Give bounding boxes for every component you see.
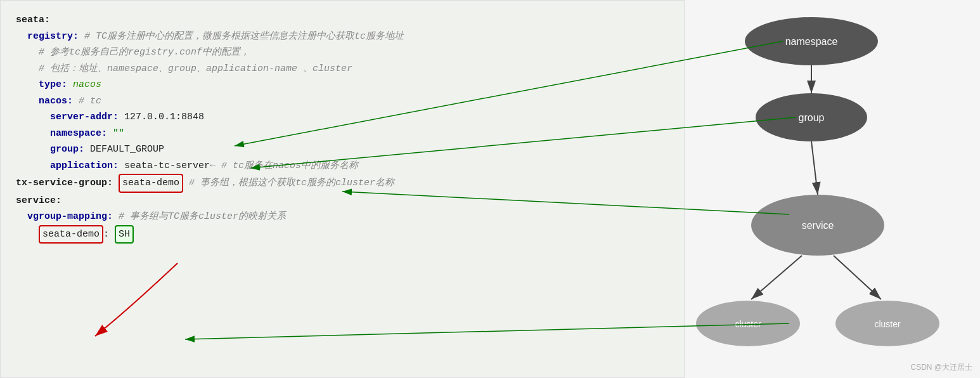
server-addr-key: server-addr: [50, 109, 124, 126]
application-value: seata-tc-server [124, 158, 210, 174]
service-label: service [802, 220, 834, 231]
edge-service-cluster2 [834, 256, 881, 299]
tx-service-group-value: seata-demo [119, 174, 183, 193]
seata-key: seata: [16, 12, 50, 29]
tx-service-group-comment: # 事务组，根据这个获取tc服务的cluster名称 [183, 175, 394, 192]
indent-13 [16, 209, 27, 225]
code-line-4: # 包括：地址、namespace、group、application-name… [16, 61, 669, 77]
watermark: CSDN @大迁居士 [910, 362, 972, 373]
tx-service-group-key: tx-service-group: [16, 175, 119, 192]
group-label: group [799, 112, 825, 123]
code-line-6: nacos: # tc [16, 93, 669, 110]
indent-3 [16, 44, 39, 61]
code-line-1: seata: [16, 12, 669, 29]
code-line-8: namespace: "" [16, 126, 669, 142]
server-addr-value: 127.0.0.1:8848 [124, 109, 204, 126]
cluster2-label: cluster [874, 319, 901, 329]
code-line-11: tx-service-group: seata-demo # 事务组，根据这个获… [16, 174, 669, 193]
indent-2 [16, 29, 27, 45]
nacos-key: nacos: [39, 93, 79, 110]
code-line-12: service: [16, 193, 669, 209]
type-value: nacos [73, 77, 101, 93]
edge-group-service [811, 141, 818, 195]
code-line-10: application: seata-tc-server ← # tc服务在na… [16, 158, 669, 174]
indent-6 [16, 93, 39, 110]
code-line-2: registry: # TC服务注册中心的配置，微服务根据这些信息去注册中心获取… [16, 29, 669, 45]
namespace-label: namespace [785, 36, 838, 47]
code-line-5: type: nacos [16, 77, 669, 93]
edge-service-cluster1 [751, 256, 802, 299]
code-panel: seata: registry: # TC服务注册中心的配置，微服务根据这些信息… [0, 0, 685, 378]
nacos-comment: # tc [79, 93, 101, 110]
group-key: group: [50, 141, 90, 158]
vgroup-mapping-key: vgroup-mapping: [27, 209, 119, 225]
indent-8 [16, 126, 50, 142]
namespace-key: namespace: [50, 126, 113, 142]
type-key: type: [39, 77, 73, 93]
code-line-9: group: DEFAULT_GROUP [16, 141, 669, 158]
namespace-value: "" [113, 126, 124, 142]
code-line-14: seata-demo : SH [16, 225, 669, 244]
main-container: seata: registry: # TC服务注册中心的配置，微服务根据这些信息… [0, 0, 980, 378]
indent-5 [16, 77, 39, 93]
indent-14 [16, 226, 39, 243]
application-key: application: [50, 158, 124, 174]
service-key: service: [16, 193, 61, 209]
vgroup-mapping-comment: # 事务组与TC服务cluster的映射关系 [119, 209, 286, 225]
cluster1-label: cluster [735, 319, 761, 329]
registry-comment: # TC服务注册中心的配置，微服务根据这些信息去注册中心获取tc服务地址 [84, 29, 404, 45]
group-value: DEFAULT_GROUP [90, 141, 164, 158]
application-comment: ← # tc服务在nacos中的服务名称 [210, 158, 358, 174]
comment-3: # 参考tc服务自己的registry.conf中的配置， [39, 44, 250, 61]
indent-10 [16, 158, 50, 174]
sh-value: SH [115, 225, 134, 244]
code-line-3: # 参考tc服务自己的registry.conf中的配置， [16, 44, 669, 61]
indent-7 [16, 109, 50, 126]
code-line-13: vgroup-mapping: # 事务组与TC服务cluster的映射关系 [16, 209, 669, 225]
colon: : [103, 226, 115, 243]
code-line-7: server-addr: 127.0.0.1:8848 [16, 109, 669, 126]
seata-demo-key: seata-demo [39, 225, 103, 244]
indent-4 [16, 61, 39, 77]
comment-4: # 包括：地址、namespace、group、application-name… [39, 61, 352, 77]
diagram-panel: namespace group service cluster cluster … [685, 0, 980, 378]
indent-9 [16, 141, 50, 158]
registry-key: registry: [27, 29, 84, 45]
diagram-svg: namespace group service cluster cluster [685, 0, 980, 378]
